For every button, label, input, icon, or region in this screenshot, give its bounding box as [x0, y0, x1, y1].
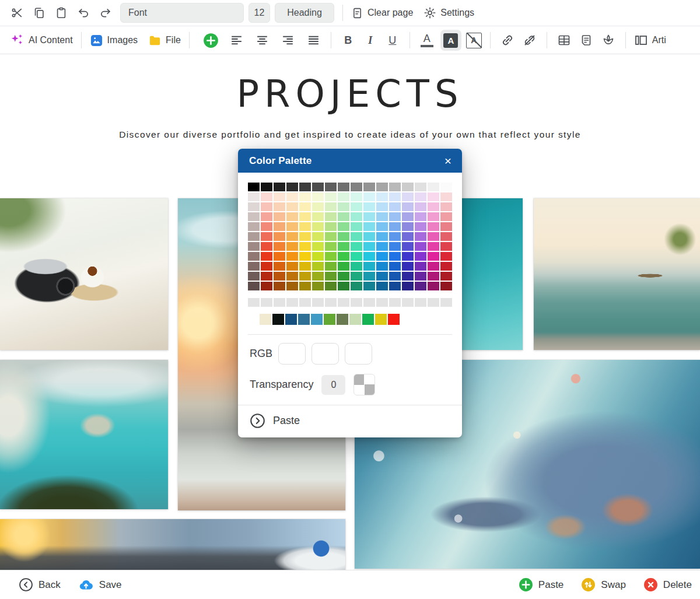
align-right-button[interactable]	[279, 31, 297, 49]
palette-swatch[interactable]	[415, 202, 426, 211]
palette-swatch[interactable]	[338, 212, 349, 221]
palette-empty-swatch[interactable]	[248, 298, 260, 307]
recent-color-swatch[interactable]	[375, 314, 387, 325]
palette-swatch[interactable]	[299, 262, 311, 271]
palette-swatch[interactable]	[363, 282, 375, 290]
palette-swatch[interactable]	[312, 192, 324, 201]
settings-button[interactable]: Settings	[424, 6, 474, 19]
palette-swatch[interactable]	[376, 282, 388, 290]
recent-color-swatch[interactable]	[311, 314, 323, 325]
rgb-r-input[interactable]	[278, 343, 306, 365]
palette-swatch[interactable]	[415, 183, 426, 191]
palette-swatch[interactable]	[312, 202, 324, 211]
palette-swatch[interactable]	[286, 242, 298, 251]
palette-swatch[interactable]	[286, 252, 298, 261]
palette-swatch[interactable]	[415, 212, 426, 221]
palette-swatch[interactable]	[351, 262, 362, 271]
palette-swatch[interactable]	[286, 272, 298, 281]
palette-swatch[interactable]	[363, 252, 375, 261]
palette-swatch[interactable]	[286, 222, 298, 231]
palette-swatch[interactable]	[274, 242, 285, 251]
palette-swatch[interactable]	[428, 272, 439, 281]
palette-swatch[interactable]	[376, 202, 388, 211]
palette-swatch[interactable]	[261, 282, 272, 290]
palette-swatch[interactable]	[440, 192, 452, 201]
palette-swatch[interactable]	[325, 262, 337, 271]
palette-swatch[interactable]	[415, 272, 426, 281]
close-icon[interactable]: ×	[443, 153, 453, 168]
palette-swatch[interactable]	[274, 212, 285, 221]
palette-swatch[interactable]	[402, 252, 414, 261]
palette-swatch[interactable]	[440, 202, 452, 211]
palette-swatch[interactable]	[261, 252, 272, 261]
palette-swatch[interactable]	[440, 272, 452, 281]
cut-button[interactable]	[8, 4, 26, 22]
palette-swatch[interactable]	[363, 212, 375, 221]
redo-button[interactable]	[97, 4, 114, 22]
palette-swatch[interactable]	[338, 232, 349, 241]
recent-color-swatch[interactable]	[298, 314, 310, 325]
palette-swatch[interactable]	[428, 183, 439, 191]
palette-swatch[interactable]	[389, 262, 401, 271]
recent-color-swatch[interactable]	[337, 314, 348, 325]
palette-swatch[interactable]	[312, 183, 324, 191]
paragraph-style-select[interactable]: Heading	[275, 3, 334, 23]
palette-swatch[interactable]	[299, 252, 311, 261]
palette-swatch[interactable]	[274, 282, 285, 290]
palette-swatch[interactable]	[428, 222, 439, 231]
palette-swatch[interactable]	[338, 252, 349, 261]
palette-swatch[interactable]	[325, 202, 337, 211]
palette-swatch[interactable]	[338, 202, 349, 211]
palette-swatch[interactable]	[415, 252, 426, 261]
palette-swatch[interactable]	[325, 232, 337, 241]
palette-swatch[interactable]	[274, 272, 285, 281]
palette-swatch[interactable]	[363, 232, 375, 241]
recent-color-swatch[interactable]	[349, 314, 361, 325]
insert-link-button[interactable]	[499, 31, 516, 49]
palette-swatch[interactable]	[363, 262, 375, 271]
palette-swatch[interactable]	[299, 242, 311, 251]
palette-swatch[interactable]	[402, 242, 414, 251]
palette-empty-swatch[interactable]	[274, 298, 285, 307]
align-left-button[interactable]	[228, 31, 246, 49]
palette-swatch[interactable]	[312, 282, 324, 290]
remove-link-button[interactable]	[521, 31, 538, 49]
palette-swatch[interactable]	[325, 282, 337, 290]
palette-swatch[interactable]	[351, 222, 362, 231]
palette-swatch[interactable]	[325, 272, 337, 281]
palette-swatch[interactable]	[261, 262, 272, 271]
palette-empty-swatch[interactable]	[286, 298, 298, 307]
palette-swatch[interactable]	[376, 272, 388, 281]
palette-swatch[interactable]	[338, 242, 349, 251]
bold-button[interactable]: B	[340, 31, 357, 49]
palette-swatch[interactable]	[248, 252, 260, 261]
rgb-b-input[interactable]	[345, 343, 372, 365]
palette-swatch[interactable]	[261, 222, 272, 231]
palette-swatch[interactable]	[389, 272, 401, 281]
article-layout-button[interactable]: Arti	[634, 33, 666, 47]
palette-swatch[interactable]	[325, 252, 337, 261]
palette-swatch[interactable]	[402, 282, 414, 290]
photo-infinity-pool[interactable]	[534, 198, 700, 350]
copy-button[interactable]	[30, 4, 48, 22]
palette-swatch[interactable]	[248, 183, 260, 191]
palette-swatch[interactable]	[338, 262, 349, 271]
palette-swatch[interactable]	[312, 242, 324, 251]
photo-santorini-sunset[interactable]	[0, 519, 345, 570]
palette-empty-swatch[interactable]	[325, 298, 337, 307]
palette-swatch[interactable]	[274, 192, 285, 201]
palette-swatch[interactable]	[274, 262, 285, 271]
palette-swatch[interactable]	[376, 262, 388, 271]
palette-swatch[interactable]	[428, 242, 439, 251]
palette-swatch[interactable]	[389, 212, 401, 221]
palette-swatch[interactable]	[248, 202, 260, 211]
fill-color-button[interactable]: A	[440, 30, 461, 51]
palette-swatch[interactable]	[312, 232, 324, 241]
palette-swatch[interactable]	[325, 183, 337, 191]
palette-swatch[interactable]	[299, 183, 311, 191]
palette-swatch[interactable]	[312, 272, 324, 281]
palette-swatch[interactable]	[248, 212, 260, 221]
palette-swatch[interactable]	[248, 222, 260, 231]
palette-swatch[interactable]	[286, 202, 298, 211]
palette-swatch[interactable]	[389, 222, 401, 231]
